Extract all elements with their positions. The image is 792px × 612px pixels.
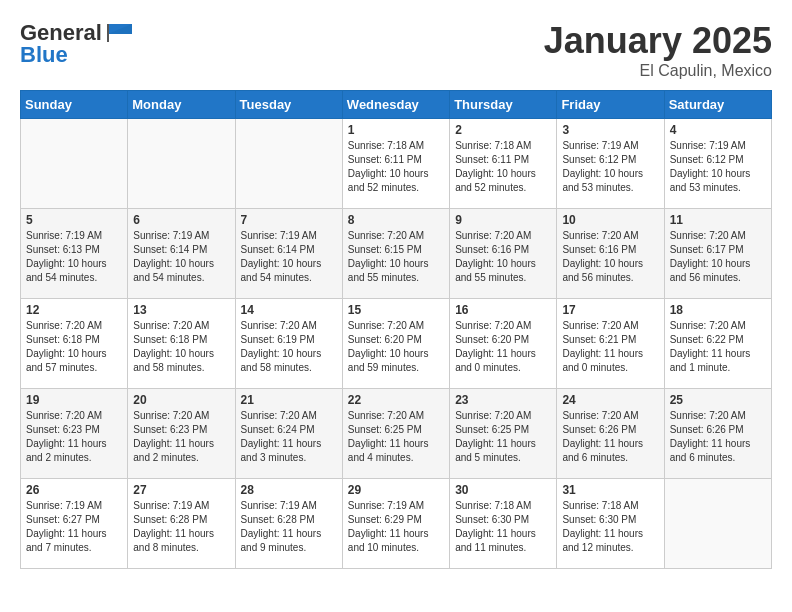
day-number: 26 [26, 483, 122, 497]
day-number: 5 [26, 213, 122, 227]
day-number: 7 [241, 213, 337, 227]
col-tuesday: Tuesday [235, 91, 342, 119]
day-number: 8 [348, 213, 444, 227]
day-info: Sunrise: 7:20 AM Sunset: 6:20 PM Dayligh… [348, 319, 444, 375]
day-info: Sunrise: 7:19 AM Sunset: 6:12 PM Dayligh… [670, 139, 766, 195]
day-number: 14 [241, 303, 337, 317]
calendar-cell: 20Sunrise: 7:20 AM Sunset: 6:23 PM Dayli… [128, 389, 235, 479]
calendar-cell: 16Sunrise: 7:20 AM Sunset: 6:20 PM Dayli… [450, 299, 557, 389]
day-info: Sunrise: 7:20 AM Sunset: 6:23 PM Dayligh… [133, 409, 229, 465]
col-saturday: Saturday [664, 91, 771, 119]
calendar-cell: 24Sunrise: 7:20 AM Sunset: 6:26 PM Dayli… [557, 389, 664, 479]
calendar-cell: 23Sunrise: 7:20 AM Sunset: 6:25 PM Dayli… [450, 389, 557, 479]
day-number: 2 [455, 123, 551, 137]
calendar-cell: 2Sunrise: 7:18 AM Sunset: 6:11 PM Daylig… [450, 119, 557, 209]
day-number: 24 [562, 393, 658, 407]
logo-flag-icon [104, 22, 134, 42]
calendar-cell: 6Sunrise: 7:19 AM Sunset: 6:14 PM Daylig… [128, 209, 235, 299]
day-number: 21 [241, 393, 337, 407]
day-info: Sunrise: 7:18 AM Sunset: 6:11 PM Dayligh… [348, 139, 444, 195]
day-number: 30 [455, 483, 551, 497]
day-info: Sunrise: 7:18 AM Sunset: 6:30 PM Dayligh… [562, 499, 658, 555]
calendar-cell: 28Sunrise: 7:19 AM Sunset: 6:28 PM Dayli… [235, 479, 342, 569]
day-number: 10 [562, 213, 658, 227]
col-sunday: Sunday [21, 91, 128, 119]
day-number: 9 [455, 213, 551, 227]
day-number: 31 [562, 483, 658, 497]
calendar-cell [128, 119, 235, 209]
day-info: Sunrise: 7:19 AM Sunset: 6:27 PM Dayligh… [26, 499, 122, 555]
day-info: Sunrise: 7:20 AM Sunset: 6:19 PM Dayligh… [241, 319, 337, 375]
day-info: Sunrise: 7:20 AM Sunset: 6:25 PM Dayligh… [455, 409, 551, 465]
calendar-cell: 21Sunrise: 7:20 AM Sunset: 6:24 PM Dayli… [235, 389, 342, 479]
calendar-cell: 27Sunrise: 7:19 AM Sunset: 6:28 PM Dayli… [128, 479, 235, 569]
col-wednesday: Wednesday [342, 91, 449, 119]
day-number: 6 [133, 213, 229, 227]
day-info: Sunrise: 7:20 AM Sunset: 6:26 PM Dayligh… [562, 409, 658, 465]
day-info: Sunrise: 7:19 AM Sunset: 6:28 PM Dayligh… [133, 499, 229, 555]
header-row: Sunday Monday Tuesday Wednesday Thursday… [21, 91, 772, 119]
day-info: Sunrise: 7:19 AM Sunset: 6:28 PM Dayligh… [241, 499, 337, 555]
calendar-table: Sunday Monday Tuesday Wednesday Thursday… [20, 90, 772, 569]
calendar-cell: 8Sunrise: 7:20 AM Sunset: 6:15 PM Daylig… [342, 209, 449, 299]
calendar-cell: 19Sunrise: 7:20 AM Sunset: 6:23 PM Dayli… [21, 389, 128, 479]
day-number: 15 [348, 303, 444, 317]
day-number: 25 [670, 393, 766, 407]
day-number: 18 [670, 303, 766, 317]
day-info: Sunrise: 7:20 AM Sunset: 6:21 PM Dayligh… [562, 319, 658, 375]
calendar-cell: 29Sunrise: 7:19 AM Sunset: 6:29 PM Dayli… [342, 479, 449, 569]
calendar-cell: 1Sunrise: 7:18 AM Sunset: 6:11 PM Daylig… [342, 119, 449, 209]
calendar-week-2: 5Sunrise: 7:19 AM Sunset: 6:13 PM Daylig… [21, 209, 772, 299]
calendar-cell: 5Sunrise: 7:19 AM Sunset: 6:13 PM Daylig… [21, 209, 128, 299]
day-info: Sunrise: 7:20 AM Sunset: 6:17 PM Dayligh… [670, 229, 766, 285]
page-header: General Blue January 2025 El Capulin, Me… [20, 20, 772, 80]
day-number: 19 [26, 393, 122, 407]
calendar-cell: 7Sunrise: 7:19 AM Sunset: 6:14 PM Daylig… [235, 209, 342, 299]
calendar-subtitle: El Capulin, Mexico [544, 62, 772, 80]
day-info: Sunrise: 7:19 AM Sunset: 6:29 PM Dayligh… [348, 499, 444, 555]
col-monday: Monday [128, 91, 235, 119]
day-number: 3 [562, 123, 658, 137]
day-info: Sunrise: 7:19 AM Sunset: 6:13 PM Dayligh… [26, 229, 122, 285]
day-info: Sunrise: 7:20 AM Sunset: 6:25 PM Dayligh… [348, 409, 444, 465]
calendar-cell: 22Sunrise: 7:20 AM Sunset: 6:25 PM Dayli… [342, 389, 449, 479]
calendar-cell: 25Sunrise: 7:20 AM Sunset: 6:26 PM Dayli… [664, 389, 771, 479]
day-info: Sunrise: 7:20 AM Sunset: 6:16 PM Dayligh… [562, 229, 658, 285]
day-info: Sunrise: 7:19 AM Sunset: 6:14 PM Dayligh… [133, 229, 229, 285]
day-number: 29 [348, 483, 444, 497]
calendar-cell [21, 119, 128, 209]
calendar-cell [664, 479, 771, 569]
day-info: Sunrise: 7:19 AM Sunset: 6:14 PM Dayligh… [241, 229, 337, 285]
day-number: 4 [670, 123, 766, 137]
day-number: 17 [562, 303, 658, 317]
calendar-cell: 13Sunrise: 7:20 AM Sunset: 6:18 PM Dayli… [128, 299, 235, 389]
day-number: 1 [348, 123, 444, 137]
title-section: January 2025 El Capulin, Mexico [544, 20, 772, 80]
day-info: Sunrise: 7:20 AM Sunset: 6:18 PM Dayligh… [133, 319, 229, 375]
calendar-cell: 10Sunrise: 7:20 AM Sunset: 6:16 PM Dayli… [557, 209, 664, 299]
day-info: Sunrise: 7:20 AM Sunset: 6:26 PM Dayligh… [670, 409, 766, 465]
day-number: 28 [241, 483, 337, 497]
calendar-cell: 31Sunrise: 7:18 AM Sunset: 6:30 PM Dayli… [557, 479, 664, 569]
calendar-cell: 15Sunrise: 7:20 AM Sunset: 6:20 PM Dayli… [342, 299, 449, 389]
day-number: 27 [133, 483, 229, 497]
day-info: Sunrise: 7:19 AM Sunset: 6:12 PM Dayligh… [562, 139, 658, 195]
logo-blue-text: Blue [20, 42, 68, 68]
calendar-cell: 30Sunrise: 7:18 AM Sunset: 6:30 PM Dayli… [450, 479, 557, 569]
col-thursday: Thursday [450, 91, 557, 119]
day-number: 13 [133, 303, 229, 317]
col-friday: Friday [557, 91, 664, 119]
day-number: 23 [455, 393, 551, 407]
calendar-title: January 2025 [544, 20, 772, 62]
day-number: 20 [133, 393, 229, 407]
day-number: 16 [455, 303, 551, 317]
calendar-cell: 18Sunrise: 7:20 AM Sunset: 6:22 PM Dayli… [664, 299, 771, 389]
logo: General Blue [20, 20, 134, 68]
day-number: 11 [670, 213, 766, 227]
calendar-week-4: 19Sunrise: 7:20 AM Sunset: 6:23 PM Dayli… [21, 389, 772, 479]
day-info: Sunrise: 7:20 AM Sunset: 6:18 PM Dayligh… [26, 319, 122, 375]
calendar-cell: 3Sunrise: 7:19 AM Sunset: 6:12 PM Daylig… [557, 119, 664, 209]
day-info: Sunrise: 7:20 AM Sunset: 6:22 PM Dayligh… [670, 319, 766, 375]
calendar-cell: 11Sunrise: 7:20 AM Sunset: 6:17 PM Dayli… [664, 209, 771, 299]
calendar-cell: 17Sunrise: 7:20 AM Sunset: 6:21 PM Dayli… [557, 299, 664, 389]
